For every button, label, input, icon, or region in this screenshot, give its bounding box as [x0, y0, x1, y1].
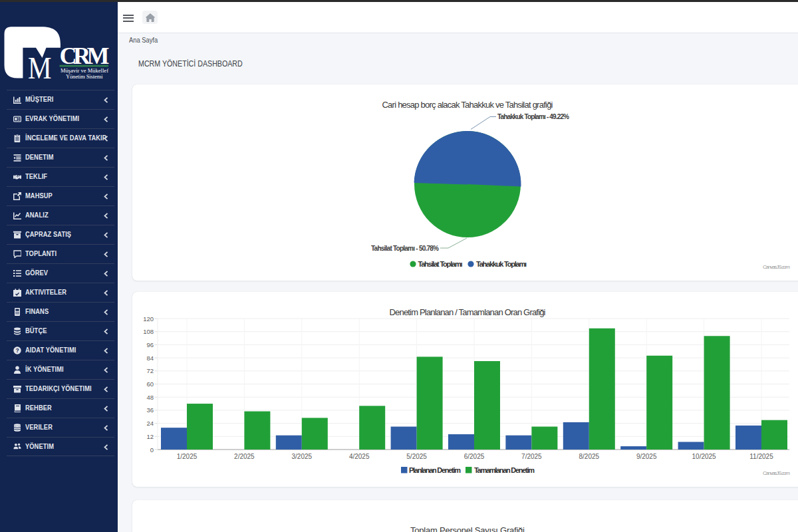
svg-text:CanvasJS.com: CanvasJS.com [763, 470, 790, 476]
svg-text:9/2025: 9/2025 [636, 453, 657, 460]
svg-text:5/2025: 5/2025 [406, 453, 427, 460]
svg-text:120: 120 [143, 315, 154, 323]
svg-text:60: 60 [146, 380, 154, 388]
svg-text:72: 72 [146, 367, 154, 374]
svg-text:6/2025: 6/2025 [464, 453, 485, 460]
svg-text:Tahsilat Toplamı - 50.78%: Tahsilat Toplamı - 50.78% [371, 245, 439, 252]
svg-text:10/2025: 10/2025 [692, 453, 717, 460]
svg-text:0: 0 [150, 446, 154, 454]
svg-text:108: 108 [143, 328, 154, 335]
svg-text:96: 96 [146, 341, 154, 348]
svg-text:48: 48 [146, 394, 154, 401]
svg-text:4/2025: 4/2025 [349, 453, 370, 460]
svg-text:M: M [28, 51, 52, 85]
svg-text:12: 12 [146, 433, 154, 440]
svg-text:8/2025: 8/2025 [579, 453, 600, 460]
svg-text:24: 24 [146, 420, 154, 427]
svg-text:Tahakkuk Toplamı - 49.22%: Tahakkuk Toplamı - 49.22% [497, 113, 569, 120]
svg-text:36: 36 [146, 406, 154, 414]
svg-text:3/2025: 3/2025 [292, 453, 313, 460]
svg-text:Tamamlanan Denetim: Tamamlanan Denetim [474, 466, 535, 474]
svg-text:2/2025: 2/2025 [234, 453, 255, 460]
svg-text:Tahakkuk Toplamı: Tahakkuk Toplamı [476, 260, 527, 268]
svg-text:?: ? [15, 347, 19, 354]
svg-text:11/2025: 11/2025 [749, 453, 773, 460]
svg-text:Cari hesap borç alacak Tahakku: Cari hesap borç alacak Tahakkuk ve Tahsi… [382, 100, 553, 110]
svg-text:Yönetim Sistemi: Yönetim Sistemi [66, 73, 103, 80]
svg-text:Toplam Personel Sayısı Grafiği: Toplam Personel Sayısı Grafiği [410, 525, 525, 532]
svg-text:7/2025: 7/2025 [521, 453, 542, 460]
svg-text:1/2025: 1/2025 [177, 453, 198, 460]
svg-text:84: 84 [146, 354, 154, 362]
svg-text:CanvasJS.com: CanvasJS.com [763, 264, 790, 270]
svg-text:Tahsilat Toplamı: Tahsilat Toplamı [418, 260, 463, 268]
svg-text:Planlanan Denetim: Planlanan Denetim [409, 466, 461, 474]
svg-text:Denetim Planlanan / Tamamlanan: Denetim Planlanan / Tamamlanan Oran Graf… [390, 307, 546, 317]
